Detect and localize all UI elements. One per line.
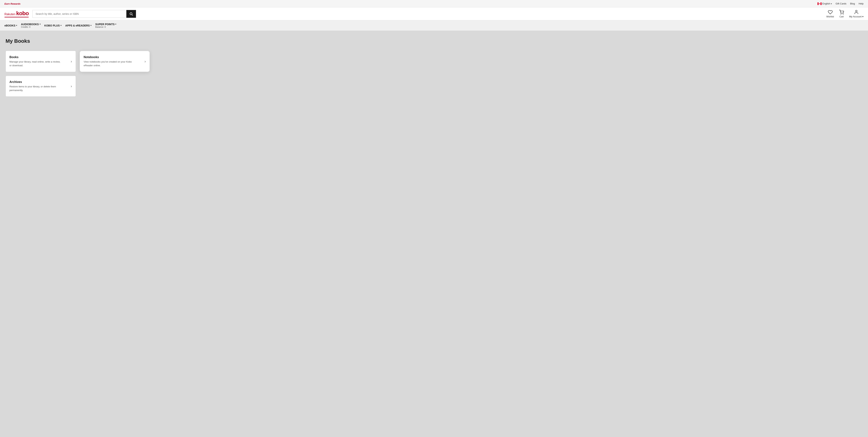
nav-item-super-points[interactable]: SUPER POINTS Balance: 0 [95,21,120,30]
svg-point-4 [130,12,132,15]
logo-combined: Rakuten kobo [4,10,29,17]
earn-rewards-label[interactable]: Earn Rewards [4,2,21,5]
nav-apps-ereaders-label: APPS & eREADERS [65,24,92,27]
main-content: My Books Books Manage your library, read… [0,31,868,437]
logo[interactable]: Rakuten kobo [4,10,29,18]
nav-audiobooks-label: AUDIOBOOKS [21,23,40,26]
svg-point-7 [843,14,843,14]
books-card-arrow-icon: › [71,59,72,63]
help-link[interactable]: Help [859,2,864,5]
books-card-desc: Manage your library, read online, write … [9,60,61,67]
search-input[interactable] [32,10,126,18]
nav-item-ebooks[interactable]: eBOOKS [4,23,21,29]
logo-rakuten-text: Rakuten [4,12,16,16]
header: Rakuten kobo Wishlist Cart [0,7,868,20]
page-title: My Books [5,38,863,44]
svg-rect-2 [820,2,822,5]
gift-cards-link[interactable]: Gift Cards [836,2,846,5]
nav-ebooks-label: eBOOKS [4,24,17,27]
blog-link[interactable]: Blog [850,2,855,5]
nav-item-kobo-plus[interactable]: KOBO PLUS [44,23,65,29]
notebooks-card-title: Notebooks [84,56,135,59]
language-selector[interactable]: English [817,2,832,5]
wishlist-label: Wishlist [826,16,834,18]
nav-super-points-label: SUPER POINTS [95,23,116,26]
user-icon [854,10,859,14]
nav-bar: eBOOKS AUDIOBOOKS Credits: 0 KOBO PLUS A… [0,20,868,31]
archives-card[interactable]: Archives Restore items to your library, … [5,76,76,97]
logo-kobo-text: kobo [16,10,29,17]
books-card-content: Books Manage your library, read online, … [9,56,61,67]
nav-kobo-plus-label: KOBO PLUS [44,24,62,27]
my-account-chevron-icon: ▾ [862,15,864,18]
notebooks-card[interactable]: Notebooks View notebooks you've created … [80,51,150,72]
cart-icon [839,10,844,14]
heart-icon [828,10,833,14]
search-button[interactable] [126,10,136,18]
nav-audiobooks-sub: Credits: 0 [21,26,30,28]
search-bar [32,10,136,18]
svg-rect-0 [817,2,818,5]
search-icon [129,12,133,16]
top-bar-right: English Gift Cards Blog Help [817,2,864,5]
wishlist-button[interactable]: Wishlist [826,10,834,18]
logo-underline [4,17,29,18]
canada-flag-icon [817,2,822,5]
cards-grid: Books Manage your library, read online, … [5,51,157,97]
notebooks-card-content: Notebooks View notebooks you've created … [84,56,135,67]
books-card-title: Books [9,56,61,59]
books-card[interactable]: Books Manage your library, read online, … [5,51,76,72]
cart-button[interactable]: Cart [839,10,844,18]
my-account-text: My Account [849,15,862,18]
svg-point-8 [856,10,857,12]
my-account-label: My Account ▾ [849,15,864,18]
nav-item-audiobooks[interactable]: AUDIOBOOKS Credits: 0 [21,21,44,30]
top-bar: Earn Rewards English Gift Cards Blog Hel… [0,0,868,7]
archives-card-title: Archives [9,80,61,84]
header-right: Wishlist Cart My Account ▾ [826,10,864,18]
svg-line-5 [132,14,133,16]
earn-rewards-link[interactable]: Earn Rewards [4,2,21,5]
my-account-button[interactable]: My Account ▾ [849,10,864,18]
archives-card-content: Archives Restore items to your library, … [9,80,61,92]
cart-label: Cart [839,16,844,18]
svg-point-6 [841,14,841,14]
nav-item-apps-ereaders[interactable]: APPS & eREADERS [65,23,95,29]
nav-super-points-sub: Balance: 0 [95,26,106,28]
archives-card-arrow-icon: › [71,84,72,88]
notebooks-card-arrow-icon: › [145,59,146,63]
notebooks-card-desc: View notebooks you've created on your Ko… [84,60,135,67]
archives-card-desc: Restore items to your library, or delete… [9,85,61,92]
language-label[interactable]: English [822,2,832,5]
